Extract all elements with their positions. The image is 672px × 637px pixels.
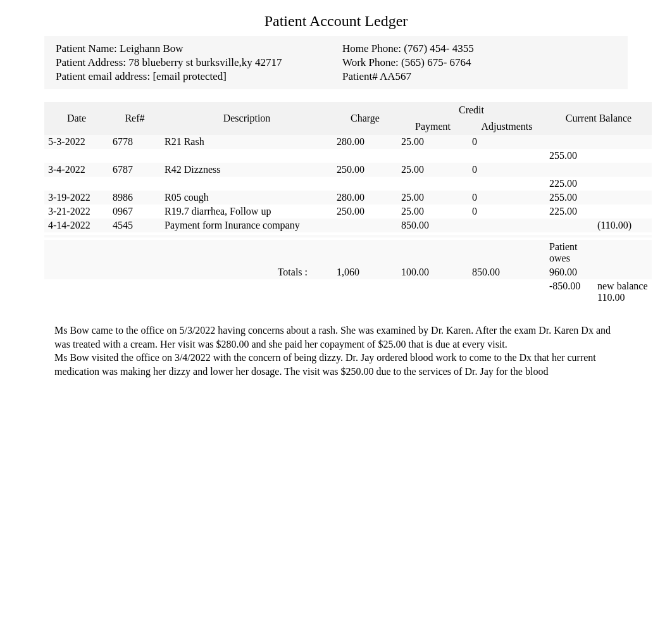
patient-number-row: Patient# AA567 bbox=[342, 70, 616, 83]
cell-adjust: 0 bbox=[468, 205, 545, 218]
table-row: 255.00 bbox=[44, 149, 652, 163]
cell-ref: 8986 bbox=[109, 191, 161, 205]
cell-desc: Payment form Inurance company bbox=[161, 218, 333, 232]
totals-charge: 1,060 bbox=[333, 265, 397, 279]
totals-minus: -850.00 bbox=[545, 279, 594, 305]
cell-balance: 255.00 bbox=[545, 149, 594, 163]
cell-charge bbox=[333, 177, 397, 191]
cell-ref bbox=[109, 177, 161, 191]
patient-name-label: Patient Name: bbox=[56, 42, 120, 54]
cell-charge: 280.00 bbox=[333, 191, 397, 205]
cell-date: 3-19-2022 bbox=[44, 191, 109, 205]
cell-ref: 0967 bbox=[109, 205, 161, 218]
page-title: Patient Account Ledger bbox=[19, 13, 653, 30]
totals-note: new balance 110.00 bbox=[594, 279, 652, 305]
cell-balance2 bbox=[594, 135, 652, 149]
table-row: 3-21-20220967R19.7 diarrhea, Follow up25… bbox=[44, 205, 652, 218]
home-phone-value: (767) 454- 4355 bbox=[404, 42, 473, 54]
cell-payment: 25.00 bbox=[397, 191, 468, 205]
col-description: Description bbox=[161, 102, 333, 135]
col-ref: Ref# bbox=[109, 102, 161, 135]
patient-email-row: Patient email address: [email protected] bbox=[56, 70, 330, 83]
cell-payment bbox=[397, 149, 468, 163]
cell-ref: 4545 bbox=[109, 218, 161, 232]
col-credit: Credit bbox=[397, 102, 545, 118]
cell-charge: 280.00 bbox=[333, 135, 397, 149]
cell-adjust: 0 bbox=[468, 163, 545, 177]
cell-adjust bbox=[468, 149, 545, 163]
cell-ref bbox=[109, 240, 161, 265]
cell-payment bbox=[397, 240, 468, 265]
totals-label: Totals : bbox=[161, 265, 333, 279]
work-phone-value: (565) 675- 6764 bbox=[401, 56, 471, 68]
home-phone-label: Home Phone: bbox=[342, 42, 404, 54]
cell-date bbox=[44, 149, 109, 163]
cell-balance2 bbox=[594, 149, 652, 163]
col-adjustments: Adjustments bbox=[468, 118, 545, 135]
cell-charge: 250.00 bbox=[333, 163, 397, 177]
cell-payment: 25.00 bbox=[397, 135, 468, 149]
cell-desc bbox=[161, 149, 333, 163]
cell-balance2 bbox=[594, 177, 652, 191]
narrative-p1: Ms Bow came to the office on 5/3/2022 ha… bbox=[54, 324, 618, 351]
patient-info-left: Patient Name: Leighann Bow Patient Addre… bbox=[49, 41, 336, 84]
table-row: 4-14-20224545Payment form Inurance compa… bbox=[44, 218, 652, 232]
cell-date bbox=[44, 177, 109, 191]
cell-balance: 255.00 bbox=[545, 191, 594, 205]
patient-name-row: Patient Name: Leighann Bow bbox=[56, 42, 330, 55]
cell-adjust: 0 bbox=[468, 135, 545, 149]
col-payment: Payment bbox=[397, 118, 468, 135]
table-row: Patient owes bbox=[44, 240, 652, 265]
cell-date: 4-14-2022 bbox=[44, 218, 109, 232]
cell-balance bbox=[545, 218, 594, 232]
cell-payment: 25.00 bbox=[397, 163, 468, 177]
patient-email-label: Patient email address: bbox=[56, 70, 152, 82]
cell-balance2 bbox=[594, 163, 652, 177]
ledger-table: Date Ref# Description Charge Credit Curr… bbox=[44, 102, 652, 305]
cell-ref: 6787 bbox=[109, 163, 161, 177]
cell-balance2 bbox=[594, 240, 652, 265]
patient-address-label: Patient Address: bbox=[56, 56, 128, 68]
cell-balance bbox=[545, 135, 594, 149]
col-charge: Charge bbox=[333, 102, 397, 135]
cell-balance bbox=[545, 163, 594, 177]
cell-ref bbox=[109, 149, 161, 163]
col-date: Date bbox=[44, 102, 109, 135]
cell-payment: 850.00 bbox=[397, 218, 468, 232]
cell-adjust bbox=[468, 177, 545, 191]
cell-balance: 225.00 bbox=[545, 205, 594, 218]
totals-payment: 100.00 bbox=[397, 265, 468, 279]
patient-email-value: [email protected] bbox=[152, 70, 227, 82]
cell-desc: R19.7 diarrhea, Follow up bbox=[161, 205, 333, 218]
ledger-body: 5-3-20226778R21 Rash280.0025.000255.003-… bbox=[44, 135, 652, 265]
cell-adjust: 0 bbox=[468, 191, 545, 205]
table-row: 3-4-20226787R42 Dizzness250.0025.000 bbox=[44, 163, 652, 177]
cell-adjust bbox=[468, 218, 545, 232]
patient-info-right: Home Phone: (767) 454- 4355 Work Phone: … bbox=[336, 41, 623, 84]
totals-adjust: 850.00 bbox=[468, 265, 545, 279]
cell-payment: 25.00 bbox=[397, 205, 468, 218]
work-phone-row: Work Phone: (565) 675- 6764 bbox=[342, 56, 616, 69]
patient-name-value: Leighann Bow bbox=[120, 42, 184, 54]
cell-balance2 bbox=[594, 191, 652, 205]
home-phone-row: Home Phone: (767) 454- 4355 bbox=[342, 42, 616, 55]
cell-adjust bbox=[468, 240, 545, 265]
cell-date: 3-21-2022 bbox=[44, 205, 109, 218]
cell-charge bbox=[333, 149, 397, 163]
cell-charge bbox=[333, 240, 397, 265]
cell-desc bbox=[161, 177, 333, 191]
work-phone-label: Work Phone: bbox=[342, 56, 401, 68]
cell-charge: 250.00 bbox=[333, 205, 397, 218]
cell-balance2 bbox=[594, 205, 652, 218]
cell-balance2: (110.00) bbox=[594, 218, 652, 232]
cell-charge bbox=[333, 218, 397, 232]
cell-balance: Patient owes bbox=[545, 240, 594, 265]
cell-balance: 225.00 bbox=[545, 177, 594, 191]
cell-desc: R21 Rash bbox=[161, 135, 333, 149]
cell-ref: 6778 bbox=[109, 135, 161, 149]
cell-desc: R42 Dizzness bbox=[161, 163, 333, 177]
cell-date: 5-3-2022 bbox=[44, 135, 109, 149]
patient-address-row: Patient Address: 78 blueberry st burksvi… bbox=[56, 56, 330, 69]
cell-desc: R05 cough bbox=[161, 191, 333, 205]
totals-balance: 960.00 bbox=[545, 265, 594, 279]
